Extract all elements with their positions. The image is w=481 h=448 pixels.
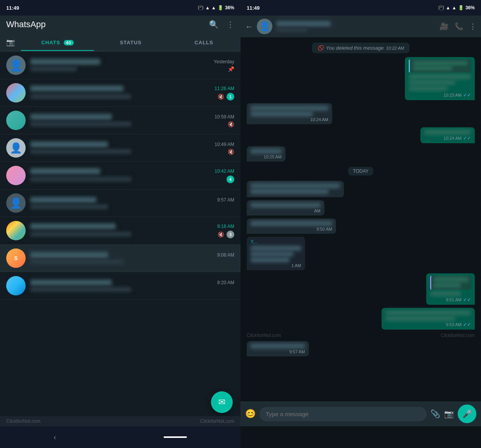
chat-item[interactable]: 9:18 AM 🔇 3 xyxy=(0,217,240,245)
avatar xyxy=(6,221,26,240)
chat-preview xyxy=(30,66,77,71)
tab-status[interactable]: STATUS xyxy=(94,34,167,51)
msg-time: 9:53 AM xyxy=(446,322,462,327)
chat-time: 9:08 AM xyxy=(217,252,234,258)
attach-button[interactable]: 📎 xyxy=(430,409,440,418)
pin-icon: 📌 xyxy=(228,66,234,72)
message-input[interactable] xyxy=(260,407,427,421)
chat-item[interactable]: 11:26 AM 🔇 1 xyxy=(0,79,240,107)
date-divider: TODAY xyxy=(348,167,373,175)
more-options-icon[interactable]: ⋮ xyxy=(227,20,234,29)
avatar xyxy=(6,166,26,185)
mute-icon: 🔇 xyxy=(228,149,234,155)
emoji-button[interactable]: 😊 xyxy=(245,409,256,419)
chat-item[interactable]: 10:42 AM 4 xyxy=(0,162,240,189)
chat-item[interactable]: 8:20 AM xyxy=(0,272,240,300)
chat-preview xyxy=(30,204,108,209)
nav-bar-left: ‹ xyxy=(0,426,240,448)
read-ticks: ✓✓ xyxy=(463,135,471,141)
chat-name xyxy=(30,59,100,65)
msg-time: 9:50 AM xyxy=(317,227,332,231)
unread-badge: 1 xyxy=(227,93,234,101)
message-bubble: 9:50 AM xyxy=(247,219,336,234)
back-nav-left[interactable]: ‹ xyxy=(54,433,56,441)
home-indicator-left xyxy=(164,436,187,438)
avatar: S xyxy=(6,248,26,268)
camera-tab[interactable]: 📷 xyxy=(0,33,21,51)
avatar xyxy=(6,276,26,295)
chat-item[interactable]: 👤 10:49 AM 🔇 xyxy=(0,134,240,162)
battery-percent-right: 36% xyxy=(465,5,475,10)
read-ticks: ✓✓ xyxy=(463,92,471,98)
read-ticks: ✓✓ xyxy=(463,322,471,327)
back-button[interactable]: ← xyxy=(245,22,253,31)
watermark-left-r: ClickItorNot.com xyxy=(247,333,281,338)
chat-time: 9:18 AM xyxy=(217,224,234,229)
deleted-time: 10:22 AM xyxy=(386,46,404,50)
avatar: 👤 xyxy=(6,193,26,213)
time-left: 11:49 xyxy=(6,5,19,11)
phone-call-icon[interactable]: 📞 xyxy=(455,22,463,31)
chat-name xyxy=(30,114,112,120)
compose-fab[interactable]: ✉ xyxy=(211,391,233,413)
message-bubble: 10:24 AM xyxy=(247,103,332,124)
chat-preview xyxy=(30,122,131,127)
header-icons: 🔍 ⋮ xyxy=(209,20,234,29)
camera-icon: 📷 xyxy=(6,38,15,46)
sender-name: Y... xyxy=(251,239,301,245)
deleted-message-notice: 🚫 You deleted this message 10:22 AM xyxy=(312,43,410,53)
unread-badge: 3 xyxy=(227,231,234,238)
video-call-icon[interactable]: 🎥 xyxy=(440,22,448,31)
read-ticks: ✓✓ xyxy=(463,297,471,302)
msg-time: 10:24 AM xyxy=(310,117,328,122)
deleted-icon: 🚫 xyxy=(317,45,324,51)
avatar: 👤 xyxy=(6,56,26,75)
chat-item[interactable]: 👤 Yesterday 📌 xyxy=(0,52,240,79)
tabs-bar: 📷 CHATS 40 STATUS CALLS xyxy=(0,33,240,52)
signal-icon: ▲ xyxy=(211,5,216,10)
camera-button[interactable]: 📷 xyxy=(444,409,454,418)
avatar: 👤 xyxy=(6,138,26,158)
chat-item[interactable]: 10:59 AM 🔇 xyxy=(0,107,240,134)
chat-preview xyxy=(30,94,131,99)
tab-chats[interactable]: CHATS 40 xyxy=(21,34,94,51)
chat-preview xyxy=(30,232,131,237)
messages-area: 🚫 You deleted this message 10:22 AM 10:2… xyxy=(240,37,481,401)
wifi-icon: ▲ xyxy=(205,5,210,10)
search-icon[interactable]: 🔍 xyxy=(209,20,219,29)
message-bubble: 9:53 AM ✓✓ xyxy=(382,308,475,330)
chat-preview xyxy=(30,287,131,292)
watermark-right: ClickItorNot.com xyxy=(200,418,234,424)
vibrate-icon: 📳 xyxy=(198,5,204,10)
contact-status xyxy=(276,28,307,32)
chat-name xyxy=(30,168,100,174)
time-right: 11:49 xyxy=(247,5,260,11)
chat-time: 9:57 AM xyxy=(217,197,234,203)
tab-calls[interactable]: CALLS xyxy=(167,34,240,51)
status-icons-left: 📳 ▲ ▲ 🔋 36% xyxy=(198,5,234,10)
app-header: WhatsApp 🔍 ⋮ xyxy=(0,16,240,33)
contact-name xyxy=(276,21,331,26)
chat-time: 10:42 AM xyxy=(214,168,234,174)
status-bar-right: 11:49 📳 ▲ ▲ 🔋 36% xyxy=(240,0,481,16)
more-options-chat-icon[interactable]: ⋮ xyxy=(469,22,476,31)
message-bubble xyxy=(247,181,344,197)
msg-time: 10:25 AM xyxy=(264,155,282,159)
mute-icon: 🔇 xyxy=(228,121,234,127)
deleted-text: You deleted this message xyxy=(326,45,384,51)
msg-time: 9:51 AM xyxy=(446,297,462,302)
chat-time: Yesterday xyxy=(214,59,234,64)
watermark-right-r: ClickItorNot.com xyxy=(441,333,475,338)
wifi-icon-r: ▲ xyxy=(446,5,450,10)
chat-time: 10:49 AM xyxy=(214,142,234,147)
message-bubble: 9:57 AM xyxy=(247,341,309,356)
message-bubble: Y... 1 AM xyxy=(247,237,305,270)
chat-item[interactable]: 👤 9:57 AM xyxy=(0,189,240,217)
status-bar-left: 11:49 📳 ▲ ▲ 🔋 36% xyxy=(0,0,240,16)
chat-item[interactable]: S 9:08 AM xyxy=(0,245,240,272)
chat-name xyxy=(30,197,96,203)
mic-button[interactable]: 🎤 xyxy=(458,405,476,423)
message-bubble: 10:24 AM ✓✓ xyxy=(420,127,475,143)
chat-input-bar: 😊 📎 📷 🎤 xyxy=(240,401,481,426)
message-bubble: 10:23 AM ✓✓ xyxy=(405,57,475,100)
